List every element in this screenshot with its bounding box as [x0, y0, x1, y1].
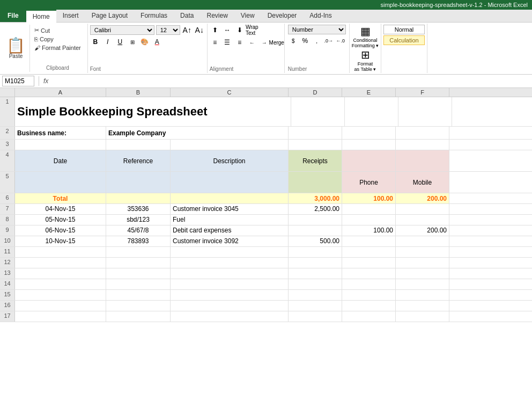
cell-f17[interactable] [396, 311, 449, 322]
cell-a7[interactable]: 04-Nov-15 [15, 204, 106, 214]
align-bottom-button[interactable]: ⬇ [234, 25, 245, 35]
cell-a3[interactable] [15, 140, 106, 150]
number-format-select[interactable]: Number General Currency Accounting [288, 25, 346, 34]
col-header-f[interactable]: F [396, 88, 449, 97]
decrease-decimal-button[interactable]: ←.0 [335, 35, 346, 46]
cell-e1[interactable] [345, 97, 398, 126]
font-size-select[interactable]: 12 [156, 25, 180, 35]
tab-review[interactable]: Review [200, 10, 234, 22]
cell-e10[interactable] [342, 236, 396, 246]
cell-c14[interactable] [171, 279, 289, 289]
cell-c8[interactable]: Fuel [171, 215, 289, 225]
cell-e4[interactable] [342, 150, 396, 171]
cell-c7[interactable]: Customer invoice 3045 [171, 204, 289, 214]
tab-view[interactable]: View [234, 10, 261, 22]
tab-page-layout[interactable]: Page Layout [85, 10, 134, 22]
cell-b10[interactable]: 783893 [106, 236, 171, 246]
cell-d4[interactable]: Receipts [289, 150, 342, 171]
cell-e16[interactable] [342, 301, 396, 311]
percent-button[interactable]: % [300, 35, 311, 46]
merge-center-button[interactable]: Merge [271, 37, 282, 48]
cell-f11[interactable] [396, 247, 449, 257]
increase-decimal-button[interactable]: .0→ [323, 35, 334, 46]
tab-formulas[interactable]: Formulas [134, 10, 174, 22]
col-header-b[interactable]: B [106, 88, 171, 97]
cell-a2[interactable]: Business name: [15, 127, 106, 139]
cell-d5[interactable] [289, 172, 342, 193]
cell-f12[interactable] [396, 258, 449, 268]
cell-e17[interactable] [342, 311, 396, 322]
cell-f15[interactable] [396, 290, 449, 300]
font-name-select[interactable]: Calibri [90, 25, 154, 35]
cell-c10[interactable]: Customer invoice 3092 [171, 236, 289, 246]
cell-d15[interactable] [289, 290, 342, 300]
cell-f2[interactable] [396, 127, 449, 139]
indent-increase-button[interactable]: → [259, 37, 270, 48]
cell-d3[interactable] [289, 140, 342, 150]
tab-file[interactable]: File [0, 10, 26, 22]
cell-b2[interactable]: Example Company [106, 127, 289, 139]
cell-c5[interactable] [171, 172, 289, 193]
increase-font-button[interactable]: A↑ [182, 25, 193, 35]
tab-developer[interactable]: Developer [261, 10, 304, 22]
cell-f5[interactable]: Mobile [396, 172, 449, 193]
cell-a9[interactable]: 06-Nov-15 [15, 225, 106, 236]
cell-d2[interactable] [289, 127, 342, 139]
cell-b17[interactable] [106, 311, 171, 322]
cell-f9[interactable]: 200.00 [396, 225, 449, 236]
cell-b12[interactable] [106, 258, 171, 268]
cell-f14[interactable] [396, 279, 449, 289]
cell-f10[interactable] [396, 236, 449, 246]
cell-b3[interactable] [106, 140, 171, 150]
tab-data[interactable]: Data [174, 10, 200, 22]
cell-d9[interactable] [289, 225, 342, 236]
cell-d1[interactable] [291, 97, 345, 126]
cell-b9[interactable]: 45/67/8 [106, 225, 171, 236]
cell-e3[interactable] [342, 140, 396, 150]
comma-button[interactable]: , [312, 35, 322, 46]
cell-e11[interactable] [342, 247, 396, 257]
cell-d11[interactable] [289, 247, 342, 257]
underline-button[interactable]: U [115, 37, 125, 47]
italic-button[interactable]: I [102, 37, 113, 47]
align-middle-button[interactable]: ↔ [222, 25, 233, 35]
cell-f4[interactable] [396, 150, 449, 171]
cell-e13[interactable] [342, 268, 396, 279]
cell-a1[interactable]: Simple Bookkeeping Spreadsheet [15, 97, 291, 126]
cell-e8[interactable] [342, 215, 396, 225]
cell-c12[interactable] [171, 258, 289, 268]
normal-style-button[interactable]: Normal [383, 25, 424, 34]
cell-c16[interactable] [171, 301, 289, 311]
cell-a8[interactable]: 05-Nov-15 [15, 215, 106, 225]
tab-add-ins[interactable]: Add-Ins [303, 10, 338, 22]
cell-e7[interactable] [342, 204, 396, 214]
cell-f1[interactable] [398, 97, 452, 126]
cell-b6[interactable] [106, 193, 171, 203]
currency-button[interactable]: $ [288, 35, 299, 46]
border-button[interactable]: ⊞ [127, 37, 138, 47]
cell-b7[interactable]: 353636 [106, 204, 171, 214]
col-header-e[interactable]: E [342, 88, 396, 97]
format-painter-button[interactable]: 🖌 Format Painter [32, 43, 83, 52]
decrease-font-button[interactable]: A↓ [194, 25, 205, 35]
font-color-button[interactable]: A [152, 37, 162, 47]
tab-home[interactable]: Home [26, 10, 56, 23]
col-header-c[interactable]: C [171, 88, 289, 97]
cell-e15[interactable] [342, 290, 396, 300]
cell-d10[interactable]: 500.00 [289, 236, 342, 246]
cell-c11[interactable] [171, 247, 289, 257]
cell-c3[interactable] [171, 140, 289, 150]
cell-c9[interactable]: Debit card expenses [171, 225, 289, 236]
cell-d7[interactable]: 2,500.00 [289, 204, 342, 214]
cell-a11[interactable] [15, 247, 106, 257]
cell-c13[interactable] [171, 268, 289, 279]
cut-button[interactable]: ✂ Cut [32, 26, 83, 35]
cell-a12[interactable] [15, 258, 106, 268]
cell-a13[interactable] [15, 268, 106, 279]
cell-f16[interactable] [396, 301, 449, 311]
cell-a15[interactable] [15, 290, 106, 300]
cell-b13[interactable] [106, 268, 171, 279]
format-as-table-button[interactable]: ⊞ Formatas Table ▾ [354, 48, 376, 72]
cell-d6[interactable]: 3,000.00 [289, 193, 342, 203]
cell-e12[interactable] [342, 258, 396, 268]
